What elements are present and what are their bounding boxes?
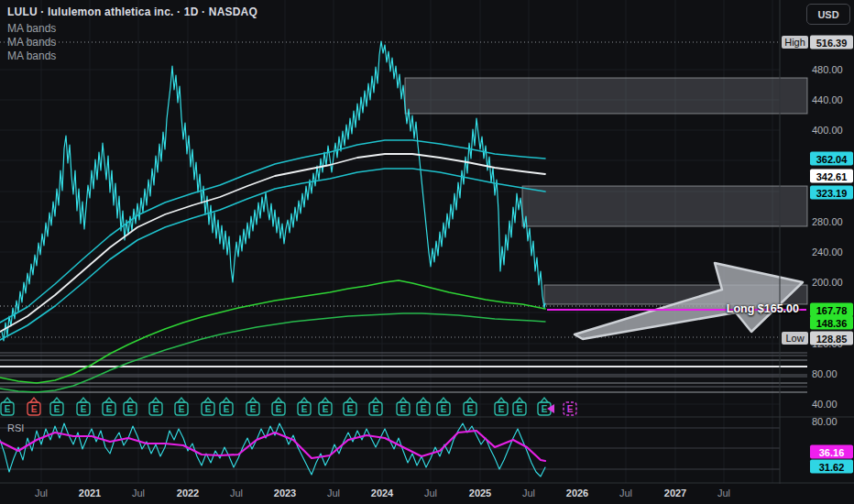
svg-text:E: E bbox=[467, 404, 474, 414]
time-axis-label: 2022 bbox=[177, 488, 199, 499]
time-axis-label: Jul bbox=[327, 488, 340, 499]
svg-text:E: E bbox=[441, 404, 447, 414]
svg-text:E: E bbox=[205, 404, 212, 414]
supply-zone-upper[interactable] bbox=[405, 78, 807, 114]
svg-text:E: E bbox=[323, 404, 329, 414]
price-axis-label: 80.00 bbox=[812, 416, 838, 427]
high-tag-badge: High bbox=[782, 36, 808, 49]
time-axis-label: Jul bbox=[35, 488, 48, 499]
time-axis-label: Jul bbox=[424, 488, 437, 499]
svg-text:E: E bbox=[421, 404, 427, 414]
indicator-legend-item[interactable]: MA bands bbox=[7, 49, 257, 63]
time-axis[interactable]: Jul2021Jul2022Jul2023Jul2024Jul2025Jul20… bbox=[0, 484, 854, 504]
price-axis-label: 200.00 bbox=[812, 277, 843, 288]
svg-text:E: E bbox=[276, 404, 282, 414]
svg-text:E: E bbox=[179, 404, 185, 414]
price-value-badge: 362.04 bbox=[810, 152, 853, 166]
indicator-legend-item[interactable]: MA bands bbox=[7, 36, 257, 49]
symbol-title[interactable]: LULU · lululemon athletica inc. · 1D · N… bbox=[7, 5, 257, 18]
earnings-marker-icon[interactable]: E bbox=[513, 398, 526, 415]
earnings-marker-icon[interactable]: E bbox=[77, 398, 90, 415]
price-value-badge: 36.16 bbox=[810, 445, 853, 459]
earnings-marker-icon[interactable]: E bbox=[246, 398, 259, 415]
time-axis-label: Jul bbox=[717, 488, 730, 499]
svg-text:E: E bbox=[31, 404, 38, 414]
price-axis-label: 280.00 bbox=[812, 216, 843, 227]
ma-band-lower-series bbox=[0, 169, 545, 340]
svg-text:E: E bbox=[106, 404, 113, 414]
earnings-marker-icon[interactable]: E bbox=[175, 398, 188, 415]
price-axis-label: 400.00 bbox=[812, 125, 843, 136]
price-axis-label: 440.00 bbox=[812, 94, 843, 105]
earnings-marker-icon[interactable]: E bbox=[50, 398, 63, 415]
earnings-marker-icon[interactable]: E bbox=[149, 398, 162, 415]
long-position-label[interactable]: Long $165.00 bbox=[727, 302, 799, 315]
svg-text:E: E bbox=[347, 404, 354, 414]
earnings-marker-icon[interactable]: E bbox=[124, 398, 137, 415]
tradingview-chart-window: EEEEEEEEEEEEEEEEEEEEEEEE LULU · lululemo… bbox=[0, 0, 854, 504]
price-value-badge: 342.61 bbox=[810, 170, 853, 183]
currency-button[interactable]: USD bbox=[806, 4, 850, 25]
price-value-badge: 31.62 bbox=[810, 460, 853, 474]
indicator-legend-rows: MA bandsMA bandsMA bands bbox=[7, 22, 257, 63]
indicator-legend-item[interactable]: MA bands bbox=[7, 22, 257, 36]
svg-text:E: E bbox=[301, 404, 308, 414]
svg-text:E: E bbox=[542, 404, 548, 414]
time-axis-label: 2027 bbox=[664, 488, 686, 499]
svg-text:E: E bbox=[5, 404, 11, 414]
earnings-marker-icon[interactable]: E bbox=[103, 398, 115, 415]
price-value-badge: 167.78 bbox=[810, 303, 853, 317]
earnings-marker-icon[interactable]: E bbox=[319, 398, 332, 415]
earnings-marker-icon[interactable]: E bbox=[464, 398, 476, 415]
earnings-marker-icon[interactable]: E bbox=[272, 398, 285, 415]
slow-band-upper-series bbox=[0, 280, 545, 383]
earnings-marker-icon[interactable]: E bbox=[417, 398, 430, 415]
earnings-marker-icon[interactable]: E bbox=[1, 398, 14, 415]
time-axis-label: 2026 bbox=[566, 488, 588, 499]
time-axis-label: 2023 bbox=[274, 488, 296, 499]
svg-text:E: E bbox=[250, 404, 257, 414]
earnings-marker-icon[interactable]: E bbox=[344, 398, 356, 415]
svg-text:E: E bbox=[127, 404, 134, 414]
chart-legend: LULU · lululemon athletica inc. · 1D · N… bbox=[7, 5, 257, 63]
earnings-marker-icon[interactable]: E bbox=[298, 398, 311, 415]
price-value-badge: 148.36 bbox=[810, 316, 853, 330]
price-axis-label: 480.00 bbox=[812, 64, 843, 75]
time-axis-label: 2024 bbox=[371, 488, 393, 499]
earnings-marker-icon[interactable]: E bbox=[220, 398, 233, 415]
price-value-badge: 323.19 bbox=[810, 186, 853, 200]
time-axis-label: 2025 bbox=[469, 488, 491, 499]
price-axis-label: 240.00 bbox=[812, 247, 843, 257]
earnings-marker-icon[interactable]: E bbox=[495, 398, 508, 415]
price-axis[interactable]: 480.00440.00400.00280.00240.00200.00120.… bbox=[781, 0, 854, 483]
earnings-marker-icon[interactable]: E bbox=[397, 398, 410, 415]
earnings-marker-icon[interactable]: E bbox=[538, 398, 551, 415]
svg-text:E: E bbox=[567, 404, 574, 414]
chart-canvas[interactable]: EEEEEEEEEEEEEEEEEEEEEEEE bbox=[0, 0, 854, 504]
earnings-marker-icon[interactable]: E bbox=[369, 398, 382, 415]
time-axis-label: Jul bbox=[230, 488, 243, 499]
svg-text:E: E bbox=[54, 404, 60, 414]
price-axis-label: 40.00 bbox=[812, 399, 838, 410]
supply-zone-mid[interactable] bbox=[522, 186, 807, 226]
time-axis-label: Jul bbox=[619, 488, 632, 499]
time-axis-label: Jul bbox=[522, 488, 535, 499]
svg-text:E: E bbox=[498, 404, 505, 414]
rsi-indicator-label[interactable]: RSI bbox=[7, 422, 24, 433]
price-value-badge: 516.39 bbox=[810, 36, 853, 49]
earnings-marker-icon[interactable]: E bbox=[202, 398, 214, 415]
time-axis-label: Jul bbox=[132, 488, 145, 499]
svg-text:E: E bbox=[400, 404, 407, 414]
earnings-marker-icon[interactable]: E bbox=[437, 398, 450, 415]
earnings-marker-icon[interactable]: E bbox=[564, 402, 576, 415]
low-tag-badge: Low bbox=[782, 332, 808, 345]
price-value-badge: 128.85 bbox=[810, 332, 853, 345]
svg-text:E: E bbox=[517, 404, 523, 414]
time-axis-label: 2021 bbox=[79, 488, 101, 499]
svg-text:E: E bbox=[81, 404, 87, 414]
svg-text:E: E bbox=[153, 404, 159, 414]
svg-text:E: E bbox=[224, 404, 230, 414]
price-axis-label: 80.00 bbox=[812, 368, 838, 379]
earnings-marker-icon[interactable]: E bbox=[27, 398, 40, 415]
svg-text:E: E bbox=[373, 404, 379, 414]
